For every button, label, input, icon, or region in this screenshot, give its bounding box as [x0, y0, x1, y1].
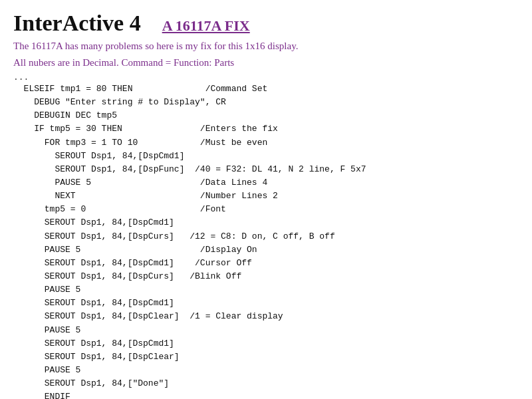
title-row: InterActive 4 A 16117A FIX [13, 11, 519, 36]
subtitle-line1: The 16117A has many problems so here is … [13, 39, 519, 54]
header-section: InterActive 4 A 16117A FIX The 16117A ha… [13, 11, 519, 82]
fix-title: A 16117A FIX [162, 17, 250, 35]
subtitle-line2: All nubers are in Decimal. Command = Fun… [13, 55, 519, 70]
code-block: ELSEIF tmp1 = 80 THEN /Command Set DEBUG… [13, 82, 519, 399]
top-dots: ... [13, 72, 519, 82]
main-title: InterActive 4 [13, 11, 141, 36]
